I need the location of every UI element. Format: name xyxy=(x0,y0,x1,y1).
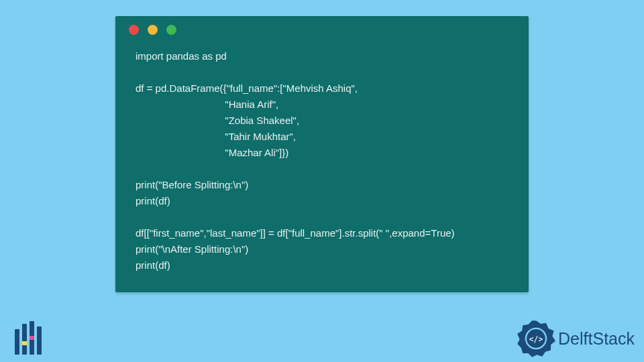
code-window: import pandas as pd df = pd.DataFrame({"… xyxy=(115,16,529,292)
svg-text:</>: </> xyxy=(529,335,543,344)
delftstack-logo: </> DelftStack xyxy=(517,319,635,358)
gear-code-icon: </> xyxy=(517,319,555,358)
left-logo-icon xyxy=(8,318,48,358)
minimize-icon xyxy=(148,25,158,35)
close-icon xyxy=(129,25,139,35)
window-titlebar xyxy=(115,16,529,43)
code-content: import pandas as pd df = pd.DataFrame({"… xyxy=(115,43,529,292)
brand-text: DelftStack xyxy=(558,329,635,349)
maximize-icon xyxy=(166,25,176,35)
